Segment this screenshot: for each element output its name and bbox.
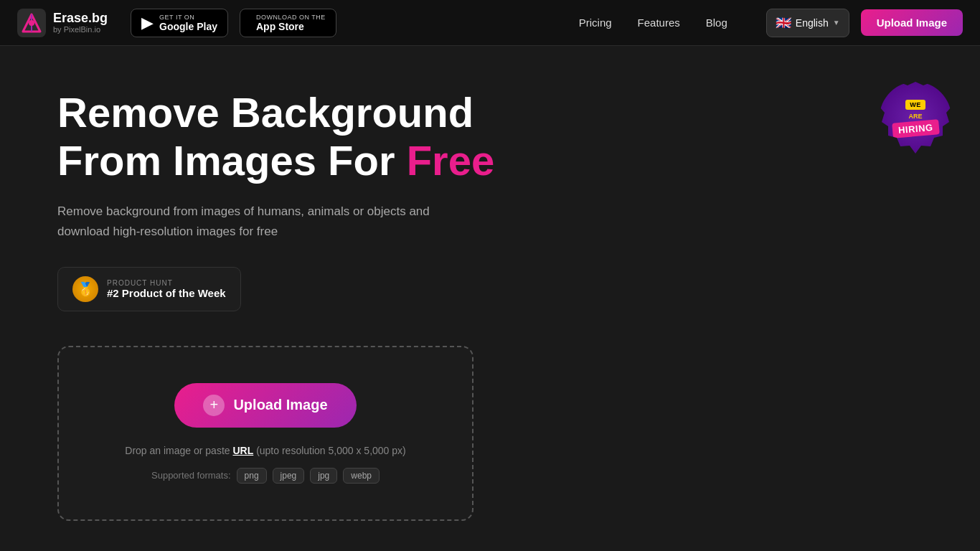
url-link[interactable]: URL [232, 445, 253, 456]
product-hunt-text: PRODUCT HUNT #2 Product of the Week [107, 279, 226, 299]
app-store-badge[interactable]: Download on the App Store [240, 9, 336, 37]
hiring-are: ARE [908, 113, 922, 120]
app-store-top: Download on the [256, 14, 326, 21]
hero-title-free: Free [407, 137, 495, 184]
product-hunt-label: PRODUCT HUNT [107, 279, 226, 287]
formats-label: Supported formats: [151, 470, 231, 481]
upload-button-label: Upload Image [233, 397, 327, 413]
hero-subtitle: Remove background from images of humans,… [57, 202, 459, 240]
format-webp: webp [343, 468, 380, 484]
upload-image-button[interactable]: + Upload Image [174, 383, 356, 428]
upload-hint: Drop an image or paste URL (upto resolut… [80, 445, 451, 456]
upload-hint-suffix: (upto resolution 5,000 x 5,000 px) [253, 445, 405, 456]
language-label: English [796, 17, 829, 29]
upload-area: + Upload Image Drop an image or paste UR… [57, 346, 473, 521]
flag-icon: 🇬🇧 [776, 15, 791, 31]
hero-title-line2-prefix: From Images For [57, 137, 407, 184]
format-jpeg: jpeg [273, 468, 305, 484]
hiring-we: WE [905, 100, 925, 110]
nav-blog[interactable]: Blog [696, 11, 738, 34]
svg-point-3 [29, 20, 34, 26]
logo-icon [17, 9, 46, 37]
product-hunt-badge[interactable]: 🥇 PRODUCT HUNT #2 Product of the Week [57, 267, 241, 311]
logo-title: Erase.bg [53, 11, 108, 26]
hero-section: Remove Background From Images For Free R… [57, 89, 560, 346]
nav-pricing[interactable]: Pricing [569, 11, 622, 34]
supported-formats: Supported formats: png jpeg jpg webp [80, 468, 451, 484]
logo-subtitle: by PixelBin.io [53, 25, 108, 34]
hero-title-line1: Remove Background [57, 89, 473, 136]
format-png: png [237, 468, 267, 484]
chevron-down-icon: ▼ [833, 19, 840, 27]
upload-hint-text: Drop an image or paste [125, 445, 232, 456]
hero-title: Remove Background From Images For Free [57, 89, 560, 184]
hiring-text: HIRING [892, 119, 939, 138]
format-jpg: jpg [310, 468, 337, 484]
nav-features[interactable]: Features [628, 11, 690, 34]
main-content: WE ARE HIRING Remove Background From Ima… [0, 46, 980, 550]
hiring-badge[interactable]: WE ARE HIRING [880, 82, 951, 154]
google-play-bottom: Google Play [159, 21, 217, 32]
nav-links: Pricing Features Blog [552, 0, 755, 46]
google-play-top: GET IT ON [159, 14, 217, 21]
main-nav: Erase.bg by PixelBin.io ▶ GET IT ON Goog… [0, 0, 980, 46]
app-store-bottom: App Store [256, 21, 326, 32]
plus-icon: + [203, 395, 225, 416]
product-hunt-rank: #2 Product of the Week [107, 287, 226, 299]
product-hunt-medal: 🥇 [72, 276, 98, 302]
logo-link[interactable]: Erase.bg by PixelBin.io [17, 9, 108, 37]
nav-upload-button[interactable]: Upload Image [861, 9, 963, 36]
google-play-icon: ▶ [141, 15, 154, 31]
language-selector[interactable]: 🇬🇧 English ▼ [766, 9, 849, 37]
google-play-badge[interactable]: ▶ GET IT ON Google Play [131, 9, 228, 37]
